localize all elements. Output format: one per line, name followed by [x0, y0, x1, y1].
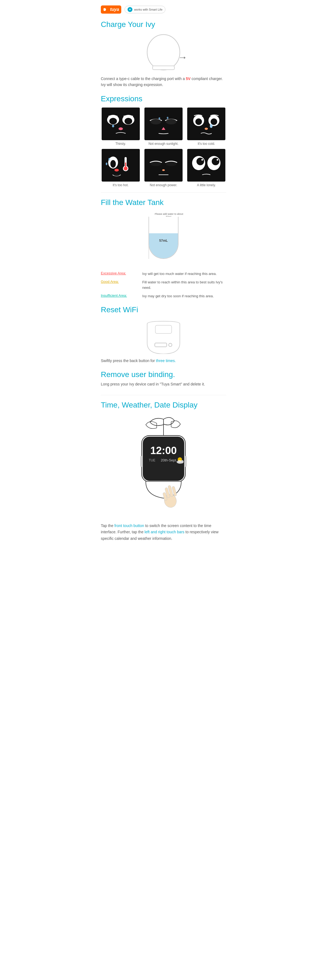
reset-wifi-section: Reset WiFi Swiftly press the back button…	[101, 305, 226, 364]
time-weather-section: Time, Weather, Date Display 12:00 TUE	[101, 401, 226, 542]
device-body	[142, 33, 185, 71]
svg-point-10	[109, 118, 117, 124]
svg-point-23	[210, 124, 212, 128]
highlight-front-button: front touch button	[115, 523, 144, 528]
expression-face-cold	[187, 108, 225, 140]
charge-description: Connect a type-c cable to the charging p…	[101, 76, 226, 88]
expression-face-hot	[102, 149, 140, 181]
svg-point-3	[129, 10, 130, 10]
water-tank-section: Fill the Water Tank Good Please add wate…	[101, 198, 226, 299]
time-description: Tap the front touch button to switch the…	[101, 523, 226, 542]
tuya-logo-text: tuya	[110, 7, 119, 12]
divider-2	[101, 395, 226, 395]
reset-wifi-title: Reset WiFi	[101, 305, 226, 314]
expression-sunlight: Not enough sunlight.	[144, 108, 183, 146]
svg-point-15	[166, 119, 177, 124]
svg-point-21	[195, 118, 202, 125]
svg-rect-48	[155, 343, 167, 347]
expressions-section: Expressions	[101, 94, 226, 187]
area-desc-good: Fill water to reach within this area to …	[142, 280, 226, 290]
tuya-logo: t tuya	[101, 5, 121, 14]
area-row-excessive: Excessive Area: Ivy will get too much wa…	[101, 271, 226, 277]
area-row-good: Good Area: Fill water to reach within th…	[101, 280, 226, 290]
svg-rect-57	[140, 456, 142, 467]
area-desc-insufficient: Ivy may get dry too soon if reaching thi…	[142, 293, 214, 299]
expression-label-cold: It's too cold.	[198, 142, 215, 146]
smart-life-badge: works with Smart Life	[124, 6, 166, 13]
expression-label-thirsty: Thirsty.	[115, 142, 126, 146]
svg-point-36	[166, 162, 177, 166]
ivy-device-svg	[142, 33, 185, 74]
area-label-excessive: Excessive Area:	[101, 271, 139, 275]
tank-measurement: 57mL	[159, 239, 167, 243]
smart-life-icon	[128, 7, 132, 12]
expressions-grid: Thirsty.	[101, 108, 226, 187]
area-label-insufficient: Insufficient Area:	[101, 293, 139, 298]
water-areas: Excessive Area: Ivy will get too much wa…	[101, 271, 226, 299]
highlight-lr-bars: left and right touch bars	[144, 530, 184, 534]
svg-point-33	[115, 169, 119, 172]
svg-text:TUE: TUE	[149, 458, 155, 462]
expression-hot: It's too hot.	[101, 149, 140, 187]
charge-title: Charge Your Ivy	[101, 20, 226, 29]
svg-point-12	[118, 127, 123, 130]
svg-point-14	[150, 119, 161, 124]
svg-point-37	[162, 169, 165, 171]
device-display-illustration: 12:00 TUE 20th-Sept.	[101, 414, 226, 517]
divider-1	[101, 192, 226, 193]
header: t tuya works with Smart Life	[101, 5, 226, 14]
svg-point-13	[112, 125, 114, 127]
svg-point-30	[124, 167, 128, 170]
expressions-title: Expressions	[101, 94, 226, 103]
svg-point-42	[212, 158, 219, 165]
svg-point-18	[167, 117, 168, 119]
svg-point-31	[108, 158, 110, 161]
svg-text:20th-Sept.: 20th-Sept.	[161, 458, 177, 462]
charge-illustration	[101, 33, 226, 71]
svg-point-22	[211, 118, 217, 125]
charge-section: Charge Your Ivy Connect a type-c cable t…	[101, 20, 226, 88]
ivy-full-svg: 12:00 TUE 20th-Sept.	[131, 414, 196, 517]
svg-point-4	[147, 35, 180, 70]
svg-point-34	[114, 174, 120, 177]
area-desc-excessive: Ivy will get too much water if reaching …	[142, 271, 217, 277]
water-tank-title: Fill the Water Tank	[101, 198, 226, 207]
svg-point-45	[201, 159, 203, 161]
time-weather-title: Time, Weather, Date Display	[101, 401, 226, 409]
svg-rect-5	[153, 66, 174, 70]
remove-binding-description: Long press your Ivy device card in "Tuya…	[101, 381, 226, 387]
reset-device-svg	[139, 318, 188, 354]
expression-lonely: A little lonely.	[187, 149, 226, 187]
svg-rect-47	[155, 325, 172, 334]
expression-face-power	[144, 149, 183, 181]
svg-point-46	[217, 159, 218, 161]
expression-thirsty: Thirsty.	[101, 108, 140, 146]
area-row-insufficient: Insufficient Area: Ivy may get dry too s…	[101, 293, 226, 299]
expression-face-sunlight	[144, 108, 183, 140]
remove-binding-title: Remove user binding.	[101, 370, 226, 379]
svg-point-26	[110, 160, 116, 168]
expression-label-lonely: A little lonely.	[197, 183, 216, 187]
tuya-logo-icon: t	[103, 6, 109, 13]
expression-label-sunlight: Not enough sunlight.	[148, 142, 179, 146]
expression-cold: It's too cold.	[187, 108, 226, 146]
svg-rect-58	[185, 456, 187, 467]
expression-face-thirsty	[102, 108, 140, 140]
svg-marker-7	[184, 57, 185, 59]
highlight-three-times: three times.	[156, 358, 176, 363]
svg-point-32	[106, 162, 107, 165]
svg-point-35	[150, 162, 161, 166]
svg-marker-16	[161, 127, 166, 130]
expression-face-lonely	[187, 149, 225, 181]
area-label-good: Good Area:	[101, 280, 139, 284]
expression-label-power: Not enough power.	[150, 183, 177, 187]
svg-text:12:00: 12:00	[150, 445, 177, 456]
reset-description: Swiftly press the back button for three …	[101, 358, 226, 364]
water-tank-illustration: Good Please add water to about 60mL 57mL	[101, 211, 226, 266]
svg-point-24	[205, 128, 208, 130]
smart-life-text: works with Smart Life	[134, 8, 163, 11]
highlight-5v: 5V	[186, 76, 190, 81]
svg-point-49	[169, 343, 172, 347]
expression-power: Not enough power.	[144, 149, 183, 187]
svg-point-41	[196, 158, 204, 165]
